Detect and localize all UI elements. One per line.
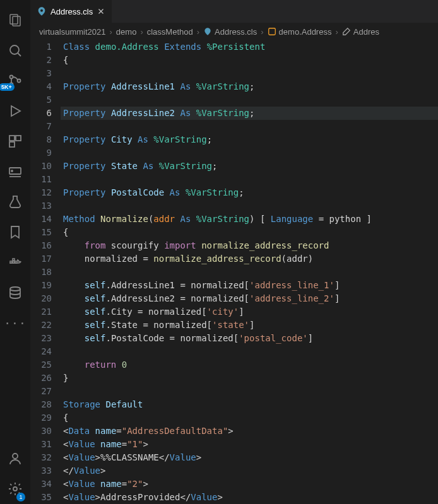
code-line[interactable]: Method Normalize(addr As %VarString) [ L…: [63, 213, 438, 226]
svg-rect-10: [9, 142, 15, 147]
svg-rect-24: [268, 28, 275, 35]
property-icon: [342, 27, 351, 36]
code-content[interactable]: Class demo.Address Extends %Persistent{ …: [61, 40, 438, 504]
line-number: 17: [30, 252, 52, 266]
code-line[interactable]: self.State = normalized['state']: [63, 319, 438, 332]
source-control-icon[interactable]: 5K+: [0, 66, 30, 96]
code-line[interactable]: {: [63, 54, 438, 67]
code-line[interactable]: Property PostalCode As %VarString;: [63, 186, 438, 199]
file-type-icon: [37, 6, 47, 16]
svg-point-20: [13, 454, 18, 459]
code-line[interactable]: self.City = normalized['city']: [63, 305, 438, 319]
code-line[interactable]: </Value>: [63, 464, 438, 478]
code-line[interactable]: [63, 173, 438, 186]
breadcrumb-seg[interactable]: classMethod: [147, 27, 193, 37]
scm-badge: 5K+: [0, 83, 15, 91]
remote-icon[interactable]: [0, 156, 30, 187]
line-number: 15: [30, 226, 52, 239]
breadcrumb-seg[interactable]: Addres: [353, 27, 379, 37]
code-line[interactable]: {: [63, 226, 438, 239]
bookmarks-icon[interactable]: [0, 217, 30, 247]
line-gutter: 1234567891011121314151617181920212223242…: [30, 40, 61, 504]
line-number: 7: [30, 120, 52, 133]
svg-point-21: [13, 487, 17, 491]
line-number: 10: [30, 160, 52, 173]
explorer-icon[interactable]: [0, 5, 30, 35]
chevron-right-icon: ›: [140, 27, 143, 37]
code-line[interactable]: <Value>AddressProvided</Value>: [63, 491, 438, 504]
code-line[interactable]: [63, 120, 438, 133]
code-line[interactable]: self.AddressLine2 = normalized['address_…: [63, 292, 438, 305]
code-line[interactable]: }: [63, 372, 438, 385]
activity-bar: 5K+ ··· 1: [0, 0, 30, 504]
code-line[interactable]: self.PostalCode = normalized['postal_cod…: [63, 332, 438, 345]
line-number: 33: [30, 464, 52, 478]
svg-line-3: [18, 53, 21, 56]
line-number: 6: [30, 107, 52, 120]
line-number: 16: [30, 239, 52, 252]
code-line[interactable]: Property City As %VarString;: [63, 133, 438, 146]
code-line[interactable]: [63, 93, 438, 107]
code-line[interactable]: self.AddressLine1 = normalized['address_…: [63, 279, 438, 292]
run-debug-icon[interactable]: [0, 96, 30, 126]
code-line[interactable]: {: [63, 411, 438, 425]
more-icon[interactable]: ···: [0, 308, 30, 338]
breadcrumb-seg[interactable]: Address.cls: [215, 27, 257, 37]
code-line[interactable]: <Data name="AddressDefaultData">: [63, 425, 438, 438]
line-number: 30: [30, 425, 52, 438]
close-icon[interactable]: [97, 7, 105, 16]
code-line[interactable]: [63, 345, 438, 358]
svg-rect-9: [16, 136, 21, 141]
code-line[interactable]: <Value name="1">: [63, 438, 438, 451]
line-number: 1: [30, 40, 52, 54]
extensions-icon[interactable]: [0, 126, 30, 156]
svg-point-12: [11, 170, 13, 172]
code-line[interactable]: Storage Default: [63, 398, 438, 411]
code-line[interactable]: Property State As %VarString;: [63, 160, 438, 173]
line-number: 2: [30, 54, 52, 67]
code-line[interactable]: [63, 266, 438, 279]
line-number: 20: [30, 292, 52, 305]
code-line[interactable]: Property AddressLine2 As %VarString;: [61, 107, 438, 120]
breadcrumb-seg[interactable]: demo: [116, 27, 137, 37]
code-line[interactable]: <Value>%%CLASSNAME</Value>: [63, 451, 438, 464]
code-line[interactable]: [63, 146, 438, 160]
svg-rect-18: [13, 259, 15, 261]
code-line[interactable]: normalized = normalize_address_record(ad…: [63, 252, 438, 266]
editor-main: Address.cls virtualsummit2021 › demo › c…: [30, 0, 438, 504]
breadcrumb-seg[interactable]: virtualsummit2021: [39, 27, 106, 37]
line-number: 12: [30, 186, 52, 199]
testing-icon[interactable]: [0, 187, 30, 217]
line-number: 5: [30, 93, 52, 107]
code-line[interactable]: [63, 199, 438, 213]
class-icon: [268, 27, 276, 36]
line-number: 3: [30, 67, 52, 80]
svg-point-2: [10, 45, 19, 54]
breadcrumb[interactable]: virtualsummit2021 › demo › classMethod ›…: [30, 23, 438, 40]
code-line[interactable]: <Value name="2">: [63, 478, 438, 491]
settings-icon[interactable]: 1: [0, 474, 30, 504]
accounts-icon[interactable]: [0, 443, 30, 474]
activity-top: 5K+ ···: [0, 5, 30, 338]
docker-icon[interactable]: [0, 247, 30, 278]
tab-title: Address.cls: [50, 7, 93, 16]
code-line[interactable]: from scourgify import normalize_address_…: [63, 239, 438, 252]
code-editor[interactable]: 1234567891011121314151617181920212223242…: [30, 40, 438, 504]
chevron-right-icon: ›: [197, 27, 199, 37]
settings-badge: 1: [16, 493, 25, 501]
line-number: 31: [30, 438, 52, 451]
code-line[interactable]: [63, 385, 438, 398]
line-number: 13: [30, 199, 52, 213]
database-icon[interactable]: [0, 278, 30, 308]
svg-marker-7: [11, 106, 20, 116]
breadcrumb-seg[interactable]: demo.Address: [279, 27, 332, 37]
file-icon: [203, 27, 212, 36]
code-line[interactable]: Property AddressLine1 As %VarString;: [63, 80, 438, 93]
tab-address-cls[interactable]: Address.cls: [30, 0, 112, 23]
code-line[interactable]: return 0: [63, 358, 438, 372]
code-line[interactable]: [63, 67, 438, 80]
code-line[interactable]: Class demo.Address Extends %Persistent: [63, 40, 438, 54]
line-number: 29: [30, 411, 52, 425]
search-icon[interactable]: [0, 35, 30, 66]
line-number: 28: [30, 398, 52, 411]
